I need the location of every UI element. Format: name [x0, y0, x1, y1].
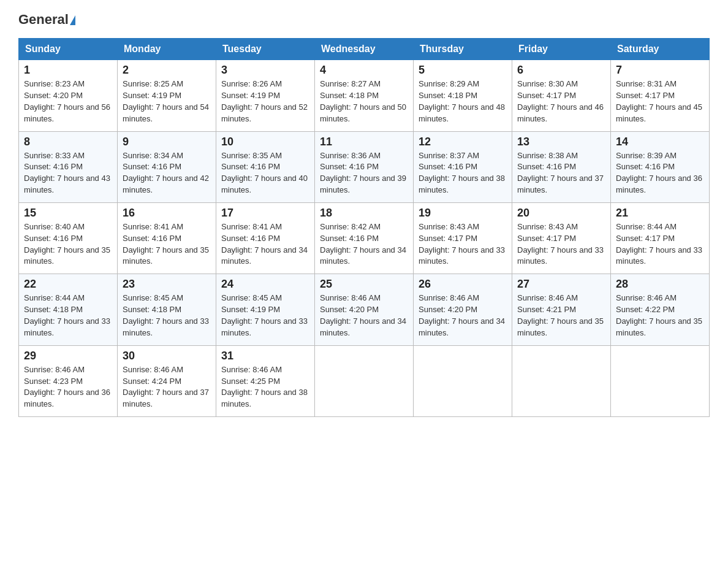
day-number: 16: [123, 207, 211, 220]
calendar-cell: 9Sunrise: 8:34 AMSunset: 4:16 PMDaylight…: [118, 131, 216, 202]
day-number: 6: [517, 64, 605, 77]
calendar-cell: 10Sunrise: 8:35 AMSunset: 4:16 PMDayligh…: [216, 131, 315, 202]
day-number: 24: [221, 278, 309, 291]
logo-line1: General: [18, 12, 75, 27]
calendar-cell: 27Sunrise: 8:46 AMSunset: 4:21 PMDayligh…: [512, 274, 611, 345]
calendar-cell: [512, 345, 611, 416]
calendar-cell: 30Sunrise: 8:46 AMSunset: 4:24 PMDayligh…: [118, 345, 216, 416]
calendar-cell: 21Sunrise: 8:44 AMSunset: 4:17 PMDayligh…: [611, 202, 710, 274]
day-number: 1: [24, 64, 112, 77]
weekday-header-wednesday: Wednesday: [315, 39, 414, 60]
day-info: Sunrise: 8:35 AMSunset: 4:16 PMDaylight:…: [221, 151, 308, 195]
day-info: Sunrise: 8:46 AMSunset: 4:24 PMDaylight:…: [123, 365, 209, 409]
day-number: 5: [419, 64, 507, 77]
day-info: Sunrise: 8:45 AMSunset: 4:19 PMDaylight:…: [221, 293, 308, 337]
calendar-cell: 2Sunrise: 8:25 AMSunset: 4:19 PMDaylight…: [118, 60, 216, 131]
day-info: Sunrise: 8:38 AMSunset: 4:16 PMDaylight:…: [517, 151, 604, 195]
day-number: 13: [517, 136, 605, 148]
day-info: Sunrise: 8:23 AMSunset: 4:20 PMDaylight:…: [24, 79, 110, 123]
calendar-table: SundayMondayTuesdayWednesdayThursdayFrid…: [18, 38, 710, 417]
calendar-cell: [315, 345, 414, 416]
calendar-cell: [611, 345, 710, 416]
calendar-cell: 8Sunrise: 8:33 AMSunset: 4:16 PMDaylight…: [19, 131, 118, 202]
day-number: 9: [123, 136, 211, 148]
calendar-cell: 23Sunrise: 8:45 AMSunset: 4:18 PMDayligh…: [118, 274, 216, 345]
day-number: 8: [24, 136, 112, 148]
day-number: 15: [24, 207, 112, 220]
calendar-cell: 5Sunrise: 8:29 AMSunset: 4:18 PMDaylight…: [414, 60, 512, 131]
day-info: Sunrise: 8:30 AMSunset: 4:17 PMDaylight:…: [517, 79, 604, 123]
calendar-cell: 11Sunrise: 8:36 AMSunset: 4:16 PMDayligh…: [315, 131, 414, 202]
calendar-cell: 26Sunrise: 8:46 AMSunset: 4:20 PMDayligh…: [414, 274, 512, 345]
logo: General: [18, 12, 75, 27]
day-info: Sunrise: 8:44 AMSunset: 4:17 PMDaylight:…: [616, 222, 702, 266]
calendar-cell: 6Sunrise: 8:30 AMSunset: 4:17 PMDaylight…: [512, 60, 611, 131]
calendar-cell: 29Sunrise: 8:46 AMSunset: 4:23 PMDayligh…: [19, 345, 118, 416]
day-number: 20: [517, 207, 605, 220]
calendar-cell: 28Sunrise: 8:46 AMSunset: 4:22 PMDayligh…: [611, 274, 710, 345]
calendar-cell: 19Sunrise: 8:43 AMSunset: 4:17 PMDayligh…: [414, 202, 512, 274]
day-number: 3: [221, 64, 309, 77]
day-number: 18: [320, 207, 408, 220]
day-info: Sunrise: 8:46 AMSunset: 4:20 PMDaylight:…: [419, 293, 505, 337]
weekday-header-tuesday: Tuesday: [216, 39, 315, 60]
calendar-cell: 20Sunrise: 8:43 AMSunset: 4:17 PMDayligh…: [512, 202, 611, 274]
day-number: 27: [517, 278, 605, 291]
calendar-header: SundayMondayTuesdayWednesdayThursdayFrid…: [19, 39, 710, 60]
day-info: Sunrise: 8:40 AMSunset: 4:16 PMDaylight:…: [24, 222, 110, 266]
calendar-cell: 31Sunrise: 8:46 AMSunset: 4:25 PMDayligh…: [216, 345, 315, 416]
calendar-cell: 1Sunrise: 8:23 AMSunset: 4:20 PMDaylight…: [19, 60, 118, 131]
calendar-cell: 4Sunrise: 8:27 AMSunset: 4:18 PMDaylight…: [315, 60, 414, 131]
day-number: 29: [24, 350, 112, 362]
day-info: Sunrise: 8:46 AMSunset: 4:20 PMDaylight:…: [320, 293, 406, 337]
day-info: Sunrise: 8:46 AMSunset: 4:23 PMDaylight:…: [24, 365, 110, 409]
calendar-cell: 13Sunrise: 8:38 AMSunset: 4:16 PMDayligh…: [512, 131, 611, 202]
calendar-cell: [414, 345, 512, 416]
day-number: 22: [24, 278, 112, 291]
calendar-cell: 15Sunrise: 8:40 AMSunset: 4:16 PMDayligh…: [19, 202, 118, 274]
day-number: 26: [419, 278, 507, 291]
calendar-cell: 18Sunrise: 8:42 AMSunset: 4:16 PMDayligh…: [315, 202, 414, 274]
day-number: 28: [616, 278, 704, 291]
day-info: Sunrise: 8:25 AMSunset: 4:19 PMDaylight:…: [123, 79, 209, 123]
day-info: Sunrise: 8:37 AMSunset: 4:16 PMDaylight:…: [419, 151, 505, 195]
calendar-cell: 17Sunrise: 8:41 AMSunset: 4:16 PMDayligh…: [216, 202, 315, 274]
day-info: Sunrise: 8:44 AMSunset: 4:18 PMDaylight:…: [24, 293, 110, 337]
day-info: Sunrise: 8:33 AMSunset: 4:16 PMDaylight:…: [24, 151, 110, 195]
weekday-header-row: SundayMondayTuesdayWednesdayThursdayFrid…: [19, 39, 710, 60]
calendar-cell: 12Sunrise: 8:37 AMSunset: 4:16 PMDayligh…: [414, 131, 512, 202]
calendar-cell: 16Sunrise: 8:41 AMSunset: 4:16 PMDayligh…: [118, 202, 216, 274]
day-number: 25: [320, 278, 408, 291]
day-info: Sunrise: 8:31 AMSunset: 4:17 PMDaylight:…: [616, 79, 702, 123]
day-number: 2: [123, 64, 211, 77]
calendar-cell: 7Sunrise: 8:31 AMSunset: 4:17 PMDaylight…: [611, 60, 710, 131]
day-info: Sunrise: 8:43 AMSunset: 4:17 PMDaylight:…: [419, 222, 505, 266]
day-info: Sunrise: 8:46 AMSunset: 4:21 PMDaylight:…: [517, 293, 604, 337]
day-number: 19: [419, 207, 507, 220]
calendar-week-row: 22Sunrise: 8:44 AMSunset: 4:18 PMDayligh…: [19, 274, 710, 345]
day-number: 30: [123, 350, 211, 362]
calendar-cell: 25Sunrise: 8:46 AMSunset: 4:20 PMDayligh…: [315, 274, 414, 345]
day-info: Sunrise: 8:41 AMSunset: 4:16 PMDaylight:…: [123, 222, 209, 266]
page-header: General: [18, 12, 710, 27]
day-info: Sunrise: 8:43 AMSunset: 4:17 PMDaylight:…: [517, 222, 604, 266]
calendar-week-row: 8Sunrise: 8:33 AMSunset: 4:16 PMDaylight…: [19, 131, 710, 202]
weekday-header-thursday: Thursday: [414, 39, 512, 60]
day-info: Sunrise: 8:41 AMSunset: 4:16 PMDaylight:…: [221, 222, 308, 266]
day-info: Sunrise: 8:46 AMSunset: 4:25 PMDaylight:…: [221, 365, 308, 409]
day-info: Sunrise: 8:45 AMSunset: 4:18 PMDaylight:…: [123, 293, 209, 337]
calendar-body: 1Sunrise: 8:23 AMSunset: 4:20 PMDaylight…: [19, 60, 710, 417]
calendar-cell: 3Sunrise: 8:26 AMSunset: 4:19 PMDaylight…: [216, 60, 315, 131]
day-number: 17: [221, 207, 309, 220]
calendar-week-row: 1Sunrise: 8:23 AMSunset: 4:20 PMDaylight…: [19, 60, 710, 131]
day-number: 23: [123, 278, 211, 291]
day-number: 10: [221, 136, 309, 148]
day-info: Sunrise: 8:26 AMSunset: 4:19 PMDaylight:…: [221, 79, 308, 123]
day-number: 11: [320, 136, 408, 148]
calendar-cell: 22Sunrise: 8:44 AMSunset: 4:18 PMDayligh…: [19, 274, 118, 345]
day-number: 31: [221, 350, 309, 362]
day-number: 4: [320, 64, 408, 77]
day-info: Sunrise: 8:34 AMSunset: 4:16 PMDaylight:…: [123, 151, 209, 195]
day-info: Sunrise: 8:46 AMSunset: 4:22 PMDaylight:…: [616, 293, 702, 337]
day-info: Sunrise: 8:39 AMSunset: 4:16 PMDaylight:…: [616, 151, 702, 195]
